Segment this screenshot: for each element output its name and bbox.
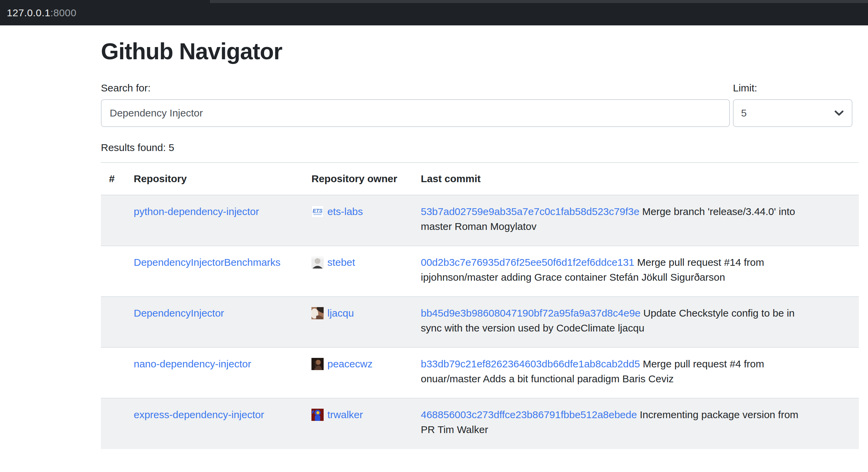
browser-window: 127.0.0.1:8000 Github Navigator Search f… [0,0,868,472]
search-field-group: Search for: [101,82,730,127]
table-row: express-dependency-injector [101,398,859,449]
row-index-cell [101,398,126,449]
limit-label: Limit: [733,82,852,94]
commit-hash-link[interactable]: 468856003c273dffce23b86791fbbe512a8ebede [421,409,637,420]
col-header-repository: Repository [126,163,303,195]
url-host: 127.0.0.1 [7,7,50,18]
owner-link[interactable]: peacecwz [327,357,372,371]
avatar-ljacqu-photo [311,307,324,319]
col-header-last-commit: Last commit [413,163,859,195]
table-row: python-dependency-injector ETS ets-labs … [101,195,859,246]
avatar-stebet-portrait [311,256,324,269]
repo-link[interactable]: DependencyInjector [134,307,224,319]
repo-cell: DependencyInjectorBenchmarks [126,246,303,297]
owner-cell: ljacqu [303,297,413,347]
row-index-cell [101,195,126,246]
commit-hash-link[interactable]: b33db79c21ef8262364603db66dfe1ab8cab2dd5 [421,358,640,369]
commit-hash-link[interactable]: bb45d9e3b98608047190bf72a95fa9a37d8c4e9e [421,307,641,319]
table-row: DependencyInjectorBenchmarks [101,246,859,297]
owner-link[interactable]: ets-labs [327,204,363,219]
owner-link[interactable]: trwalker [327,407,363,422]
page-content: Github Navigator Search for: Limit: 5 [101,38,859,449]
avatar-ets-labs-logo: ETS [311,206,324,218]
commit-cell: b33db79c21ef8262364603db66dfe1ab8cab2dd5… [413,347,859,398]
col-header-index: # [101,163,126,195]
owner-cell: stebet [303,246,413,297]
repo-cell: DependencyInjector [126,297,303,347]
row-index-cell [101,297,126,347]
owner-link[interactable]: ljacqu [327,306,354,321]
table-header: # Repository Repository owner Last commi… [101,163,859,195]
tab-strip [210,0,868,3]
owner-link[interactable]: stebet [327,255,355,270]
search-input[interactable] [101,99,730,127]
commit-cell: 468856003c273dffce23b86791fbbe512a8ebede… [413,398,859,449]
owner-cell: ETS ets-labs [303,195,413,246]
repo-cell: nano-dependency-injector [126,347,303,398]
repo-link[interactable]: DependencyInjectorBenchmarks [134,257,281,268]
table-row: DependencyInjector [101,297,859,347]
avatar-peacecwz-portrait [311,358,324,370]
commit-cell: 00d2b3c7e76935d76f25ee50f6d1f2ef6ddce131… [413,246,859,297]
row-index-cell [101,246,126,297]
commit-hash-link[interactable]: 53b7ad02759e9ab35a7e7c0c1fab58d523c79f3e [421,206,639,217]
row-index-cell [101,347,126,398]
col-header-owner: Repository owner [303,163,413,195]
repo-cell: python-dependency-injector [126,195,303,246]
repo-cell: express-dependency-injector [126,398,303,449]
browser-top-bar: 127.0.0.1:8000 [0,0,868,25]
owner-cell: trwalker [303,398,413,449]
limit-field-group: Limit: 5 [733,82,852,127]
address-bar[interactable]: 127.0.0.1:8000 [7,7,77,19]
page-title: Github Navigator [101,38,859,65]
repo-link[interactable]: express-dependency-injector [134,409,264,420]
repo-link[interactable]: nano-dependency-injector [134,358,251,369]
repo-link[interactable]: python-dependency-injector [134,206,259,217]
limit-select-wrap: 5 [733,99,852,127]
table-row: nano-dependency-injector [101,347,859,398]
limit-select[interactable]: 5 [733,99,852,127]
commit-cell: bb45d9e3b98608047190bf72a95fa9a37d8c4e9e… [413,297,859,347]
results-count: Results found: 5 [101,142,859,153]
repositories-table: # Repository Repository owner Last commi… [101,162,859,449]
search-label: Search for: [101,82,730,94]
commit-cell: 53b7ad02759e9ab35a7e7c0c1fab58d523c79f3e… [413,195,859,246]
search-form: Search for: Limit: 5 [101,82,859,127]
avatar-trwalker-lego-astronaut [311,409,324,421]
owner-cell: peacecwz [303,347,413,398]
url-port: :8000 [50,7,77,18]
commit-hash-link[interactable]: 00d2b3c7e76935d76f25ee50f6d1f2ef6ddce131 [421,257,634,268]
